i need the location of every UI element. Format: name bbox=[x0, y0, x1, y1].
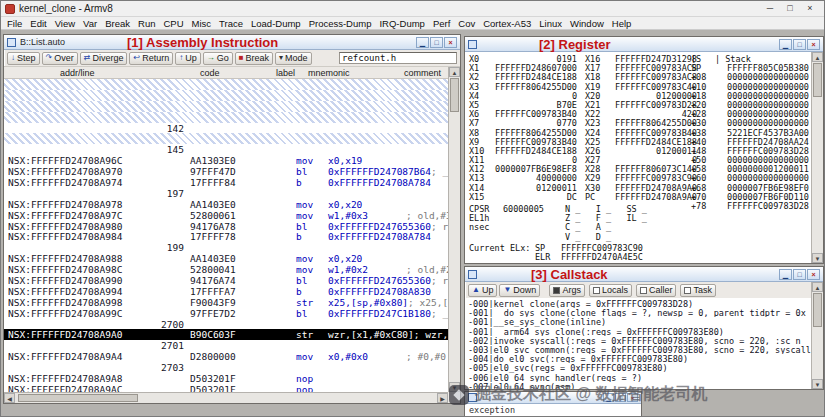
callstack-vertical-scrollbar[interactable]: ▲ ▼ bbox=[811, 282, 823, 389]
asm-row[interactable]: 2701 bbox=[4, 340, 448, 351]
register-row[interactable]: X2 FFFFFFD2484CE188 X18 FFFFFFC009783AC8 bbox=[469, 72, 697, 81]
asm-row[interactable] bbox=[4, 112, 448, 123]
callstack-frame[interactable]: -003|el0_svc_common(:regs = 0xFFFFFFC009… bbox=[468, 345, 811, 354]
stack-row[interactable]: +68 0000007FB6E98EF0 bbox=[691, 183, 809, 192]
panel-close-button[interactable]: × bbox=[444, 37, 457, 48]
toggle-button[interactable]: Args bbox=[549, 284, 585, 297]
toolbar-button[interactable]: ↑Up bbox=[175, 52, 201, 65]
asm-row[interactable]: NSX:FFFFFFD24708A984 17FFFF78 b 0xFFFFFF… bbox=[4, 231, 448, 242]
panel-maximize-button[interactable]: □ bbox=[793, 269, 806, 280]
asm-row[interactable]: NSX:FFFFFFD24708A99C 97FFE7D2 bl 0xFFFFF… bbox=[4, 308, 448, 319]
menu-item[interactable]: Run bbox=[134, 17, 159, 30]
minimize-button[interactable]: ─ bbox=[760, 1, 780, 16]
register-row[interactable]: X6 FFFFFFC009783B40 X22 420 bbox=[469, 109, 697, 118]
scrollbar-thumb[interactable] bbox=[450, 78, 459, 112]
scroll-right-icon[interactable]: ▶ bbox=[437, 393, 448, 403]
panel-close-button[interactable]: × bbox=[807, 39, 820, 50]
asm-row[interactable]: NSX:FFFFFFD24708A98C 52800041 mov w1,#0x… bbox=[4, 264, 448, 275]
toolbar-button[interactable]: ↷Over bbox=[42, 52, 78, 65]
menu-item[interactable]: Cov bbox=[454, 17, 479, 30]
menu-item[interactable]: Perf bbox=[429, 17, 454, 30]
menu-item[interactable]: Var bbox=[79, 17, 101, 30]
register-row[interactable]: X14 01200011 X30 FFFFFFD24708A9A0 bbox=[469, 183, 697, 192]
menu-item[interactable]: Edit bbox=[26, 17, 50, 30]
asm-row[interactable]: NSX:FFFFFFD24708A96C AA1303E0 mov x0,x19 bbox=[4, 155, 448, 166]
panel-maximize-button[interactable]: □ bbox=[430, 37, 443, 48]
stack-row[interactable]: SP FFFFFF805C05B380 bbox=[691, 63, 809, 72]
asm-row[interactable]: NSX:FFFFFFD24708A9A4 D2800000 mov x0,#0x… bbox=[4, 351, 448, 362]
menu-item[interactable]: File bbox=[3, 17, 26, 30]
asm-row[interactable]: NSX:FFFFFFD24708A97C 52800061 mov w1,#0x… bbox=[4, 210, 448, 221]
stack-row[interactable]: +70 0000007FB6F0D110 bbox=[691, 192, 809, 201]
cpsr-row[interactable]: CPSR 60000005 N _ I _ SS _ bbox=[469, 204, 647, 213]
stack-row[interactable]: +78 FFFFFFC009783D28 bbox=[691, 201, 809, 210]
asm-row[interactable] bbox=[4, 101, 448, 112]
menu-item[interactable]: Trace bbox=[215, 17, 247, 30]
callstack-frame[interactable]: -001|__do_sys_clone(clone_flags = ?, new… bbox=[468, 308, 811, 317]
register-row[interactable]: X10 FFFFFFD2484CE188 X26 01200011 bbox=[469, 146, 697, 155]
toolbar-button[interactable]: ▲Up bbox=[468, 284, 497, 297]
asm-row[interactable]: 142 bbox=[4, 123, 448, 134]
toolbar-button[interactable]: ⇄Diverge bbox=[80, 52, 128, 65]
toolbar-button[interactable]: ■Break bbox=[235, 52, 273, 65]
menu-item[interactable]: View bbox=[51, 17, 79, 30]
register-row[interactable]: X3 FFFFFF8064255D00 X19 FFFFFFC009783C40 bbox=[469, 82, 697, 91]
stack-row[interactable]: +38 5221ECF4537B3A00 bbox=[691, 128, 809, 137]
stack-row[interactable]: +18 0000000000000000 bbox=[691, 91, 809, 100]
register-row[interactable]: X13 40000000 X29 FFFFFFC009783C90 bbox=[469, 173, 697, 182]
asm-row[interactable] bbox=[4, 79, 448, 90]
panel-close-button[interactable]: × bbox=[807, 269, 820, 280]
assembly-window-titlebar[interactable]: B::List.auto [1] Assembly Instruction ▁ … bbox=[4, 35, 460, 50]
menu-item[interactable]: IRQ-Dump bbox=[375, 17, 428, 30]
listing-horizontal-scrollbar[interactable]: ◀ ▶ bbox=[4, 392, 448, 403]
scrollbar-thumb[interactable] bbox=[813, 63, 822, 97]
scroll-left-icon[interactable]: ◀ bbox=[4, 393, 15, 403]
asm-row[interactable]: NSX:FFFFFFD24708A970 97FFF47D bl 0xFFFFF… bbox=[4, 166, 448, 177]
close-button[interactable]: × bbox=[800, 1, 820, 16]
cpsr-row[interactable]: nsec C _ A _ bbox=[469, 222, 647, 231]
callstack-frame[interactable]: -002|invoke_syscall(:regs = 0xFFFFFFC009… bbox=[468, 336, 811, 345]
panel-maximize-button[interactable]: □ bbox=[793, 39, 806, 50]
asm-row[interactable]: NSX:FFFFFFD24708A998 F90043F9 str x25,[s… bbox=[4, 297, 448, 308]
callstack-frame[interactable]: -001|__se_sys_clone(inline) bbox=[468, 317, 811, 326]
menu-item[interactable]: Misc bbox=[188, 17, 216, 30]
scrollbar-thumb[interactable] bbox=[813, 293, 822, 327]
toolbar-button[interactable]: ↩Return bbox=[129, 52, 173, 65]
stack-row[interactable]: +58 0000000001200011 bbox=[691, 164, 809, 173]
cpsr-row[interactable]: EL1h Z _ F _ IL _ bbox=[469, 213, 647, 222]
listing-vertical-scrollbar[interactable]: ▲ ▼ bbox=[448, 67, 460, 392]
register-row[interactable]: X5 B70E X21 FFFFFFC009783D28 bbox=[469, 100, 697, 109]
find-input[interactable]: refcount.h bbox=[339, 52, 457, 64]
register-window-titlebar[interactable]: [2] Register ▁ □ × bbox=[465, 37, 823, 52]
register-row[interactable]: X4 0 X20 01200000 bbox=[469, 91, 697, 100]
panel-minimize-button[interactable]: ▁ bbox=[416, 37, 429, 48]
scroll-down-icon[interactable]: ▼ bbox=[812, 253, 823, 263]
asm-row[interactable]: NSX:FFFFFFD24708A980 94176A78 bl 0xFFFFF… bbox=[4, 221, 448, 232]
callstack-frame[interactable]: -005|el0_svc(regs = 0xFFFFFFC009783E80) bbox=[468, 363, 811, 372]
menu-item[interactable]: Linux bbox=[535, 17, 566, 30]
callstack-frame[interactable]: -000|kernel_clone(args = 0xFFFFFFC009783… bbox=[468, 299, 811, 308]
stack-row[interactable]: +40 FFFFFFD24708AA24 bbox=[691, 137, 809, 146]
asm-row[interactable]: 2703 bbox=[4, 362, 448, 373]
register-row[interactable]: X1 FFFFFFD248607000 X17 FFFFFFC009783AC8 bbox=[469, 63, 697, 72]
asm-row[interactable] bbox=[4, 90, 448, 101]
stack-row[interactable]: +30 0000000000000000 bbox=[691, 118, 809, 127]
asm-row[interactable] bbox=[4, 133, 448, 144]
menu-item[interactable]: CPU bbox=[159, 17, 187, 30]
toolbar-button[interactable]: →Go bbox=[203, 52, 233, 65]
asm-row[interactable]: NSX:FFFFFFD24708A978 AA1403E0 mov x0,x20 bbox=[4, 199, 448, 210]
scrollbar-thumb[interactable] bbox=[18, 394, 138, 402]
callstack-window-titlebar[interactable]: [3] Callstack ▁ □ × bbox=[465, 267, 823, 282]
callstack-frame[interactable]: -001|__arm64_sys_clone(:regs = 0xFFFFFFC… bbox=[468, 327, 811, 336]
asm-row[interactable]: NSX:FFFFFFD24708A974 17FFFF84 b 0xFFFFFF… bbox=[4, 177, 448, 188]
toggle-button[interactable]: Task bbox=[680, 284, 716, 297]
asm-row[interactable]: NSX:FFFFFFD24708A994 17FFFFA7 b 0xFFFFFF… bbox=[4, 286, 448, 297]
register-row[interactable]: X7 0770 X23 FFFFFF8064255D00 bbox=[469, 118, 697, 127]
asm-row[interactable]: 2700 bbox=[4, 319, 448, 330]
stack-row[interactable]: +50 0000000000000000 bbox=[691, 155, 809, 164]
menu-item[interactable]: Break bbox=[101, 17, 134, 30]
toolbar-button[interactable]: ▼Down bbox=[499, 284, 540, 297]
register-vertical-scrollbar[interactable]: ▲ ▼ bbox=[811, 52, 823, 263]
panel-minimize-button[interactable]: ▁ bbox=[779, 39, 792, 50]
asm-row[interactable]: 197 bbox=[4, 188, 448, 199]
